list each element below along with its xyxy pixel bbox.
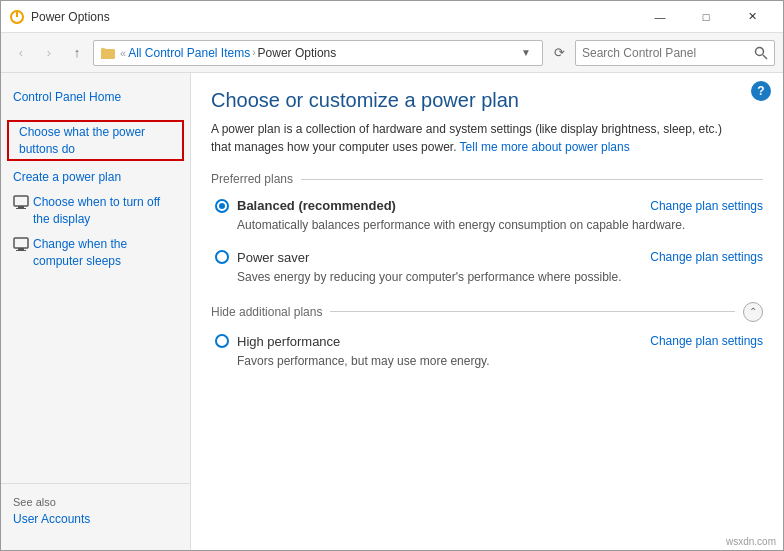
additional-plans-divider: [330, 311, 735, 312]
content-description: A power plan is a collection of hardware…: [211, 120, 731, 156]
plan-item-power-saver: Power saver Change plan settings Saves e…: [211, 250, 763, 286]
breadcrumb-current: Power Options: [258, 46, 337, 60]
window-icon: [9, 9, 25, 25]
svg-rect-8: [14, 238, 28, 248]
balanced-plan-label[interactable]: Balanced (recommended): [215, 198, 396, 213]
high-performance-description: Favors performance, but may use more ene…: [237, 353, 763, 370]
maximize-button[interactable]: □: [683, 1, 729, 33]
additional-plans-label: Hide additional plans: [211, 305, 322, 319]
power-plans-help-link[interactable]: Tell me more about power plans: [460, 140, 630, 154]
forward-button[interactable]: ›: [37, 41, 61, 65]
breadcrumb-path: « All Control Panel Items › Power Option…: [120, 46, 512, 60]
back-button[interactable]: ‹: [9, 41, 33, 65]
preferred-plans-divider: [301, 179, 763, 180]
svg-rect-6: [18, 206, 24, 208]
address-field[interactable]: « All Control Panel Items › Power Option…: [93, 40, 543, 66]
sidebar-user-accounts-link[interactable]: User Accounts: [13, 512, 178, 526]
svg-rect-5: [14, 196, 28, 206]
svg-point-3: [756, 47, 764, 55]
folder-icon: [100, 45, 116, 61]
plan-item-balanced: Balanced (recommended) Change plan setti…: [211, 198, 763, 234]
plan-item-high-performance: High performance Change plan settings Fa…: [211, 334, 763, 370]
power-saver-description: Saves energy by reducing your computer's…: [237, 269, 763, 286]
additional-plans-header: Hide additional plans ⌃: [211, 302, 763, 322]
balanced-description: Automatically balances performance with …: [237, 217, 763, 234]
sidebar-item-create-plan[interactable]: Create a power plan: [1, 165, 190, 190]
high-performance-radio[interactable]: [215, 334, 229, 348]
svg-rect-9: [18, 248, 24, 250]
refresh-button[interactable]: ⟳: [547, 41, 571, 65]
see-also-label: See also: [13, 496, 178, 508]
preferred-plans-header: Preferred plans: [211, 172, 763, 186]
close-button[interactable]: ✕: [729, 1, 775, 33]
help-button[interactable]: ?: [751, 81, 771, 101]
svg-line-4: [763, 55, 767, 59]
window-title: Power Options: [31, 10, 637, 24]
sidebar-item-display[interactable]: Choose when to turn off the display: [1, 190, 190, 232]
watermark: wsxdn.com: [726, 536, 776, 547]
search-box[interactable]: [575, 40, 775, 66]
title-bar: Power Options — □ ✕: [1, 1, 783, 33]
breadcrumb-separator: «: [120, 47, 126, 59]
svg-rect-7: [16, 208, 26, 209]
sidebar-item-home[interactable]: Control Panel Home: [1, 85, 190, 110]
search-input[interactable]: [582, 46, 750, 60]
search-icon: [754, 46, 768, 60]
sidebar: Control Panel Home Choose what the power…: [1, 73, 191, 550]
window-controls: — □ ✕: [637, 1, 775, 33]
preferred-plans-label: Preferred plans: [211, 172, 293, 186]
balanced-change-link[interactable]: Change plan settings: [650, 199, 763, 213]
main-content: Control Panel Home Choose what the power…: [1, 73, 783, 550]
high-performance-plan-label[interactable]: High performance: [215, 334, 340, 349]
sidebar-item-power-buttons[interactable]: Choose what the power buttons do: [7, 120, 184, 162]
minimize-button[interactable]: —: [637, 1, 683, 33]
sleep-monitor-icon: [13, 237, 29, 253]
power-saver-plan-label[interactable]: Power saver: [215, 250, 309, 265]
page-title: Choose or customize a power plan: [211, 89, 763, 112]
sidebar-see-also: See also User Accounts: [1, 483, 190, 538]
high-performance-change-link[interactable]: Change plan settings: [650, 334, 763, 348]
address-bar: ‹ › ↑ « All Control Panel Items › Power …: [1, 33, 783, 73]
up-button[interactable]: ↑: [65, 41, 89, 65]
monitor-icon: [13, 195, 29, 211]
sidebar-item-sleep[interactable]: Change when the computer sleeps: [1, 232, 190, 274]
svg-rect-10: [16, 250, 26, 251]
breadcrumb-home[interactable]: All Control Panel Items: [128, 46, 250, 60]
path-separator: ›: [252, 47, 255, 58]
power-saver-change-link[interactable]: Change plan settings: [650, 250, 763, 264]
content-area: ? Choose or customize a power plan A pow…: [191, 73, 783, 550]
power-saver-radio[interactable]: [215, 250, 229, 264]
power-options-window: Power Options — □ ✕ ‹ › ↑ « All Control …: [0, 0, 784, 551]
additional-plans-chevron[interactable]: ⌃: [743, 302, 763, 322]
address-dropdown-button[interactable]: ▼: [516, 43, 536, 63]
balanced-radio[interactable]: [215, 199, 229, 213]
